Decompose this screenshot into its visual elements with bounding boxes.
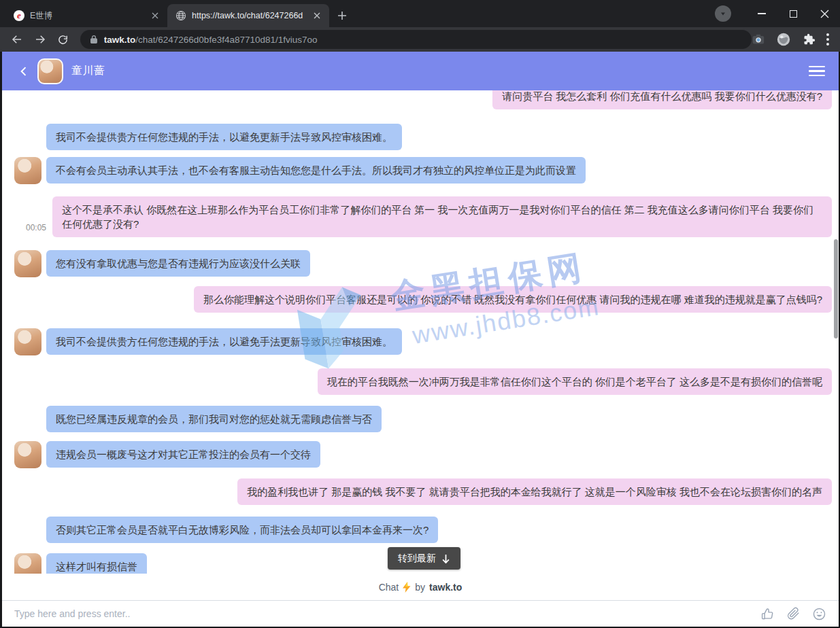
agent-avatar (14, 328, 41, 355)
esbo-favicon-icon: e (14, 10, 24, 21)
agent-avatar (14, 157, 41, 184)
message-row: 您有没有拿取优惠与您是否有违规行为应该没什么关联 (2, 250, 839, 277)
address-bar: tawk.to/chat/6247266d0bfe3f4a87710d81/1f… (0, 27, 840, 52)
message-row: 我的盈利我也讲了 那是赢的钱 我不要了 就请贵平台把我的本金给我就行了 这就是一… (2, 478, 839, 505)
agent-avatar (14, 441, 41, 468)
visitor-message: 那么你能理解这个说明你们平台客服还是可以的 你说的不错 既然我没有拿你们任何优惠… (194, 286, 832, 313)
tab-esbo[interactable]: e E世博 (5, 4, 167, 27)
extensions-puzzle-icon[interactable] (802, 33, 816, 46)
visitor-message: 现在的平台我既然一次冲两万我是非常信任你们这个平台的 你们是个老平台了 这么多是… (318, 368, 832, 395)
tab-title: https://tawk.to/chat/6247266d (192, 11, 306, 20)
attachment-paperclip-icon[interactable] (786, 607, 801, 621)
down-arrow-icon (441, 554, 450, 563)
message-row: 否则其它正常会员是否就平白无故博彩风险，而非法会员却可以拿回本金再来一次? (2, 517, 839, 543)
visitor-message: 我的盈利我也讲了 那是赢的钱 我不要了 就请贵平台把我的本金给我就行了 这就是一… (237, 478, 832, 505)
message-row: 请问贵平台 我怎么套利 你们充值有什么优惠吗 我要你们什么优惠没有? (2, 90, 839, 109)
agent-name: 童川蔷 (71, 64, 105, 78)
refresh-icon[interactable] (53, 29, 73, 50)
branding-chat-label: Chat (379, 582, 399, 593)
tab-close-icon[interactable] (150, 10, 161, 21)
scrollbar-thumb[interactable] (834, 239, 838, 338)
visitor-message: 这个不是承不承认 你既然在这上班那么作为平台员工你们非常了解你们的平台 第一 我… (52, 196, 832, 237)
message-row: 违规会员一概废号这才对其它正常投注的会员有一个交待 (2, 441, 839, 468)
camera-extension-icon[interactable] (752, 33, 765, 46)
agent-message: 不会有会员主动承认其手法，也不会有客服主动告知您您是什么手法。所以我司才有独立的… (46, 157, 586, 184)
visitor-message: 请问贵平台 我怎么套利 你们充值有什么优惠吗 我要你们什么优惠没有? (492, 90, 832, 109)
media-controls-button[interactable] (715, 5, 731, 22)
branding-brand-label: tawk.to (429, 582, 462, 593)
tab-strip: e E世博 https://tawk.to/chat/6247266d (0, 0, 715, 27)
agent-avatar (14, 250, 41, 277)
minimize-button[interactable] (746, 0, 777, 27)
chat-message-list: 请问贵平台 我怎么套利 你们充值有什么优惠吗 我要你们什么优惠没有? 我司不会提… (2, 90, 839, 574)
message-row: 我司不会提供贵方任何您违规的手法，以避免更新手法导致风控审核困难。 (2, 124, 839, 150)
agent-message: 您有没有拿取优惠与您是否有违规行为应该没什么关联 (46, 250, 310, 277)
message-row: 现在的平台我既然一次冲两万我是非常信任你们这个平台的 你们是个老平台了 这么多是… (2, 368, 839, 395)
back-icon[interactable] (7, 29, 27, 50)
url-path: /chat/6247266d0bfe3f4a87710d81/1fvius7oo (135, 35, 317, 45)
message-input[interactable] (2, 608, 760, 619)
tawk-chat-page: 童川蔷 请问贵平台 我怎么套利 你们充值有什么优惠吗 我要你们什么优惠没有? 我… (2, 52, 839, 627)
menu-dots-icon[interactable] (826, 33, 829, 46)
agent-avatar (37, 58, 63, 84)
new-tab-button[interactable] (333, 7, 351, 24)
jump-to-latest-button[interactable]: 转到最新 (388, 547, 460, 570)
forward-icon[interactable] (30, 29, 50, 50)
tab-tawk-chat[interactable]: https://tawk.to/chat/6247266d (167, 4, 329, 27)
url-text: tawk.to/chat/6247266d0bfe3f4a87710d81/1f… (104, 35, 318, 45)
tab-close-icon[interactable] (312, 10, 322, 21)
toolbar-icons (752, 32, 835, 47)
agent-avatar (14, 553, 41, 574)
message-row: 既您已经属违反规章的会员，那们我司对您的惩处就无需顾虑信誉与否 (2, 406, 839, 432)
message-row: 那么你能理解这个说明你们平台客服还是可以的 你说的不错 既然我没有拿你们任何优惠… (2, 286, 839, 313)
globe-favicon-icon (175, 10, 186, 21)
message-row: 00:05 这个不是承不承认 你既然在这上班那么作为平台员工你们非常了解你们的平… (2, 196, 839, 237)
tab-title: E世博 (30, 10, 144, 22)
close-button[interactable] (809, 0, 840, 27)
thumbs-up-icon[interactable] (760, 607, 775, 621)
composer-icons (760, 607, 839, 621)
agent-message: 既您已经属违反规章的会员，那们我司对您的惩处就无需顾虑信誉与否 (46, 406, 382, 432)
message-timestamp: 00:05 (26, 223, 46, 232)
account-globe-icon[interactable] (776, 32, 791, 47)
branding-by-label: by (415, 582, 425, 593)
url-field[interactable]: tawk.to/chat/6247266d0bfe3f4a87710d81/1f… (80, 30, 752, 49)
agent-message: 我司不会提供贵方任何您违规的手法，以避免更新手法导致风控审核困难。 (46, 124, 402, 150)
composer (2, 600, 839, 627)
back-chevron-icon[interactable] (10, 58, 37, 85)
tawk-branding[interactable]: Chat by tawk.to (2, 574, 839, 600)
menu-hamburger-icon[interactable] (809, 66, 825, 77)
lightning-bolt-icon (403, 582, 411, 593)
emoji-smiley-icon[interactable] (812, 607, 826, 621)
agent-message: 我司不会提供贵方任何您违规的手法，以避免手法更新导致风控审核困难。 (46, 328, 402, 355)
agent-message: 否则其它正常会员是否就平白无故博彩风险，而非法会员却可以拿回本金再来一次? (46, 517, 438, 543)
agent-message: 这样才叫有损信誉 (46, 553, 147, 574)
lock-icon (90, 35, 98, 44)
message-row: 我司不会提供贵方任何您违规的手法，以避免手法更新导致风控审核困难。 (2, 328, 839, 355)
url-host: tawk.to (104, 35, 136, 45)
jump-to-latest-label: 转到最新 (398, 553, 436, 565)
window-controls (715, 0, 840, 27)
agent-message: 违规会员一概废号这才对其它正常投注的会员有一个交待 (46, 441, 320, 468)
maximize-button[interactable] (777, 0, 809, 27)
chat-header: 童川蔷 (2, 52, 839, 90)
browser-titlebar: e E世博 https://tawk.to/chat/6247266d (0, 0, 840, 27)
message-row: 不会有会员主动承认其手法，也不会有客服主动告知您您是什么手法。所以我司才有独立的… (2, 157, 839, 184)
